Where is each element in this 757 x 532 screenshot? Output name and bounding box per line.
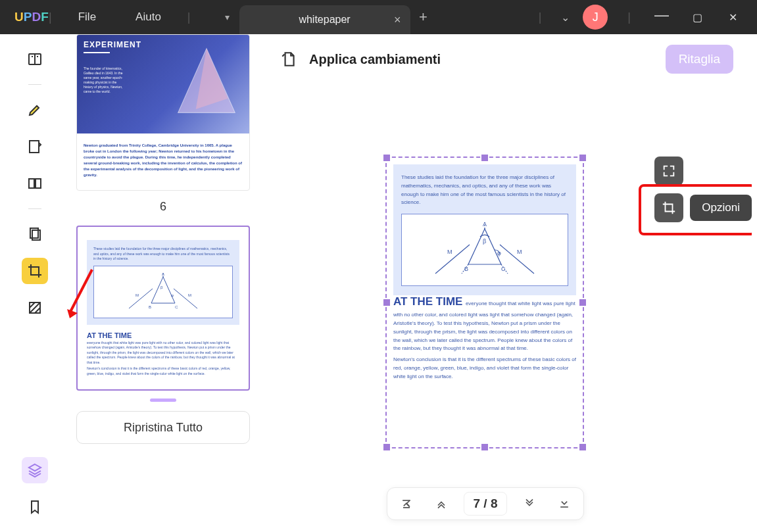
window-close-button[interactable]: ✕ — [721, 11, 744, 24]
window-maximize-button[interactable]: ▢ — [686, 11, 708, 24]
window-minimize-button[interactable]: — — [650, 7, 673, 24]
pager-last-button[interactable] — [552, 491, 577, 516]
thumb-subtext: The founder of kinematics, Galileo died … — [84, 66, 123, 94]
svg-text:B: B — [464, 266, 468, 272]
thumb-text: everyone thought that white light was pu… — [87, 341, 239, 366]
tab-add-button[interactable]: + — [410, 9, 437, 26]
svg-text:M: M — [135, 293, 139, 297]
page-text: with no other color, and colored light w… — [393, 311, 576, 353]
tab-label: whitepaper — [299, 14, 350, 26]
page-icon — [280, 51, 297, 68]
restore-all-button[interactable]: Ripristina Tutto — [76, 411, 250, 444]
sidebar-highlight-icon[interactable] — [22, 97, 48, 123]
svg-text:M: M — [517, 249, 522, 255]
thumb-page-number: 6 — [76, 200, 250, 214]
canvas-area: Applica cambiamenti Ritaglia These studi… — [262, 34, 752, 532]
page-text: everyone thought that white light was pu… — [466, 301, 575, 306]
separator: | — [42, 11, 59, 24]
options-tooltip: Opzioni — [690, 195, 752, 221]
page-text: Newton's conclusion is that it is the di… — [393, 356, 576, 381]
thumbnails-panel: EXPERIMENT The founder of kinematics, Ga… — [64, 34, 262, 532]
svg-text:A: A — [483, 221, 487, 228]
svg-rect-3 — [36, 179, 41, 188]
svg-rect-1 — [30, 141, 39, 153]
sidebar-edit-icon[interactable] — [22, 133, 48, 160]
thumbnail-page-7[interactable]: These studies laid the foundation for th… — [76, 226, 250, 391]
thumb-heading: AT THE TIME — [87, 331, 239, 339]
canvas-title: Applica cambiamenti — [309, 52, 441, 67]
separator — [28, 208, 41, 209]
avatar[interactable]: J — [583, 5, 608, 30]
page-para: These studies laid the foundation for th… — [401, 174, 568, 207]
titlebar: UPDF | File Aiuto | ▾ whitepaper × + | ⌄… — [0, 0, 757, 34]
svg-rect-2 — [29, 179, 34, 188]
svg-text:C: C — [501, 266, 506, 272]
main: EXPERIMENT The founder of kinematics, Ga… — [5, 34, 752, 532]
app-logo: UPDF — [0, 10, 42, 24]
page-heading: AT THE TIME — [393, 295, 462, 308]
thumbnail-handle[interactable] — [150, 399, 176, 402]
tab-active[interactable]: whitepaper × — [239, 5, 410, 34]
sidebar-layers-icon[interactable] — [22, 457, 48, 483]
svg-text:φ: φ — [497, 250, 501, 256]
pager-first-button[interactable] — [394, 491, 419, 516]
sidebar-reader-icon[interactable] — [22, 46, 48, 72]
thumb-body-text: Newton graduated from Trinity College, C… — [84, 143, 243, 178]
page-crop-area[interactable]: These studies laid the foundation for th… — [385, 157, 584, 448]
sidebar-crop-icon[interactable] — [22, 258, 48, 284]
thumb-text: Newton's conclusion is that it is the di… — [87, 366, 239, 376]
pager-indicator[interactable]: 7 / 8 — [464, 492, 508, 516]
svg-text:φ: φ — [171, 293, 174, 297]
thumbnail-page-6[interactable]: EXPERIMENT The founder of kinematics, Ga… — [76, 34, 250, 191]
page-content: These studies laid the foundation for th… — [391, 162, 579, 443]
canvas-header: Applica cambiamenti Ritaglia — [262, 34, 752, 84]
svg-text:M: M — [188, 293, 191, 297]
close-icon[interactable]: × — [394, 13, 401, 27]
thumb-para: These studies laid the foundation for th… — [93, 247, 233, 262]
svg-text:A: A — [162, 272, 164, 276]
svg-text:B: B — [149, 305, 151, 309]
crop-options-button[interactable] — [654, 193, 683, 222]
crop-button[interactable]: Ritaglia — [666, 45, 733, 74]
fullscreen-button[interactable] — [654, 157, 683, 185]
sidebar-two-page-icon[interactable] — [22, 170, 48, 197]
svg-marker-9 — [151, 277, 175, 303]
svg-text:β: β — [483, 238, 486, 245]
svg-marker-20 — [468, 229, 501, 264]
svg-text:β: β — [160, 285, 163, 289]
separator: | — [532, 11, 549, 24]
sidebar-bookmark-icon[interactable] — [22, 494, 48, 520]
sidebar-background-icon[interactable] — [22, 295, 48, 321]
menu-file[interactable]: File — [59, 11, 116, 24]
pager-prev-button[interactable] — [429, 491, 454, 516]
sidebar — [5, 34, 64, 532]
prism-illustration — [170, 41, 243, 127]
prism-diagram: ABCMMβφ — [401, 214, 568, 286]
separator — [28, 84, 41, 85]
separator: | — [621, 11, 637, 24]
svg-text:C: C — [175, 305, 178, 309]
pager: 7 / 8 — [387, 487, 584, 520]
sidebar-organize-icon[interactable] — [22, 221, 48, 247]
tab-menu-icon[interactable]: ▾ — [216, 12, 239, 22]
crop-floating-tools: Opzioni — [654, 157, 752, 222]
pager-next-button[interactable] — [517, 491, 542, 516]
separator: | — [181, 11, 197, 24]
prism-diagram: ABCMMβφ — [93, 266, 233, 318]
chevron-down-icon[interactable]: ⌄ — [561, 11, 570, 24]
svg-text:M: M — [447, 249, 452, 255]
menu-help[interactable]: Aiuto — [116, 11, 181, 24]
